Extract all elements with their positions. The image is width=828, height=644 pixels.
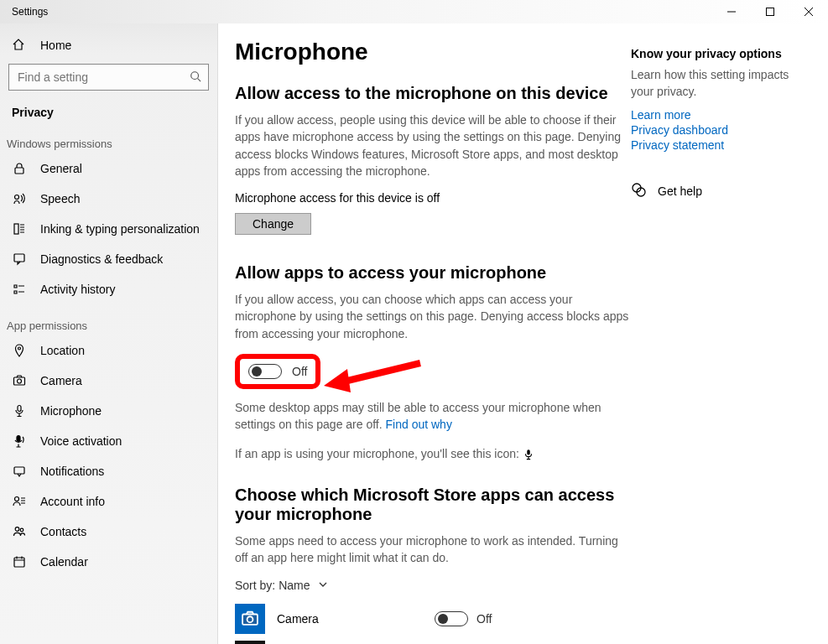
section-heading-device-access: Allow access to the microphone on this d… <box>235 84 629 103</box>
sidebar-home[interactable]: Home <box>0 23 217 60</box>
sidebar-item-microphone[interactable]: Microphone <box>0 396 217 426</box>
sidebar-item-inking[interactable]: Inking & typing personalization <box>0 214 217 244</box>
aside-panel: Know your privacy options Learn how this… <box>631 47 811 200</box>
privacy-statement-link[interactable]: Privacy statement <box>631 138 811 152</box>
aside-desc: Learn how this setting impacts your priv… <box>631 67 811 100</box>
sidebar-group-windows-permissions: Windows permissions <box>0 122 217 153</box>
sidebar-group-app-permissions: App permissions <box>0 304 217 335</box>
minimize-button[interactable] <box>712 0 751 23</box>
learn-more-link[interactable]: Learn more <box>631 108 811 122</box>
svg-point-7 <box>15 195 19 200</box>
svg-point-10 <box>18 347 21 350</box>
aside-heading: Know your privacy options <box>631 47 811 60</box>
svg-rect-8 <box>14 224 18 234</box>
notifications-icon <box>12 465 27 478</box>
app-row-camera: Camera Off <box>235 604 629 634</box>
svg-rect-22 <box>527 449 530 454</box>
svg-rect-19 <box>14 558 24 567</box>
app-toggle-camera[interactable] <box>435 611 468 626</box>
find-out-why-link[interactable]: Find out why <box>386 418 452 431</box>
section-desc: Some apps need to access your microphone… <box>235 532 629 567</box>
nav-label: Voice activation <box>40 434 122 448</box>
search-icon <box>190 70 201 85</box>
search-input[interactable] <box>16 70 190 85</box>
svg-rect-13 <box>18 406 21 412</box>
svg-line-5 <box>198 78 201 81</box>
sidebar-item-voice-activation[interactable]: Voice activation <box>0 426 217 456</box>
section-heading-app-access: Allow apps to access your microphone <box>235 263 629 283</box>
svg-line-20 <box>341 363 420 382</box>
app-name: Camera <box>277 612 423 626</box>
title-bar: Settings <box>0 0 828 23</box>
nav-label: Diagnostics & feedback <box>40 252 163 266</box>
nav-label: Calendar <box>40 555 88 569</box>
nav-label: Location <box>40 344 85 357</box>
change-button[interactable]: Change <box>235 213 311 235</box>
sidebar-item-notifications[interactable]: Notifications <box>0 456 217 486</box>
sidebar-item-general[interactable]: General <box>0 153 217 184</box>
sidebar-item-location[interactable]: Location <box>0 335 217 366</box>
chevron-down-icon <box>318 579 328 592</box>
microphone-icon <box>12 404 27 418</box>
close-button[interactable] <box>789 0 828 23</box>
svg-point-17 <box>15 527 19 532</box>
camera-app-icon <box>235 604 265 634</box>
get-help-label: Get help <box>658 184 702 198</box>
sidebar-item-camera[interactable]: Camera <box>0 366 217 396</box>
nav-label: Inking & typing personalization <box>40 222 200 236</box>
nav-label: Notifications <box>40 465 104 478</box>
svg-point-12 <box>18 379 22 383</box>
nav-label: Microphone <box>40 404 102 418</box>
cortana-app-icon <box>235 641 265 644</box>
nav-label: General <box>40 162 82 175</box>
svg-point-4 <box>191 71 199 79</box>
history-icon <box>12 283 27 296</box>
section-heading-store-apps: Choose which Microsoft Store apps can ac… <box>235 486 629 524</box>
sidebar-item-contacts[interactable]: Contacts <box>0 517 217 547</box>
desktop-apps-note: Some desktop apps may still be able to a… <box>235 399 629 434</box>
sidebar-item-account-info[interactable]: Account info <box>0 486 217 517</box>
calendar-icon <box>12 555 27 569</box>
window-title: Settings <box>0 6 48 18</box>
annotation-arrow-icon <box>315 351 424 401</box>
privacy-dashboard-link[interactable]: Privacy dashboard <box>631 123 811 137</box>
sidebar: Home Privacy Windows permissions General… <box>0 23 218 644</box>
account-icon <box>12 495 27 508</box>
microphone-indicator-icon <box>523 449 534 460</box>
allow-apps-toggle[interactable] <box>248 364 282 379</box>
window-controls <box>712 0 828 23</box>
inking-icon <box>12 222 27 236</box>
location-icon <box>12 344 27 357</box>
app-row-cortana: Cortana Off <box>235 641 629 644</box>
sidebar-item-calendar[interactable]: Calendar <box>0 547 217 577</box>
svg-rect-9 <box>14 254 24 262</box>
svg-point-18 <box>20 528 23 532</box>
nav-label: Camera <box>40 374 82 387</box>
sidebar-item-diagnostics[interactable]: Diagnostics & feedback <box>0 244 217 274</box>
speech-icon <box>12 192 27 205</box>
section-desc: If you allow access, people using this d… <box>235 112 629 179</box>
camera-icon <box>12 374 27 387</box>
search-box[interactable] <box>8 64 209 91</box>
sidebar-home-label: Home <box>40 39 71 52</box>
nav-label: Speech <box>40 192 80 205</box>
svg-point-16 <box>15 497 19 501</box>
get-help[interactable]: Get help <box>631 182 811 200</box>
svg-marker-21 <box>324 369 351 392</box>
page-title: Microphone <box>235 39 629 65</box>
svg-rect-11 <box>14 377 25 385</box>
voice-icon <box>12 434 27 448</box>
sidebar-item-activity-history[interactable]: Activity history <box>0 274 217 304</box>
lock-icon <box>12 162 27 175</box>
toggle-state-label: Off <box>476 612 492 626</box>
home-icon <box>12 38 27 54</box>
main-content: Microphone Allow access to the microphon… <box>218 23 828 644</box>
maximize-button[interactable] <box>751 0 789 23</box>
svg-rect-14 <box>17 436 20 442</box>
mic-icon-note: If an app is using your microphone, you'… <box>235 445 629 462</box>
sort-control[interactable]: Sort by: Name <box>235 579 629 592</box>
sidebar-item-speech[interactable]: Speech <box>0 184 217 214</box>
contacts-icon <box>12 525 27 538</box>
section-desc: If you allow access, you can choose whic… <box>235 291 629 342</box>
nav-label: Contacts <box>40 525 86 538</box>
